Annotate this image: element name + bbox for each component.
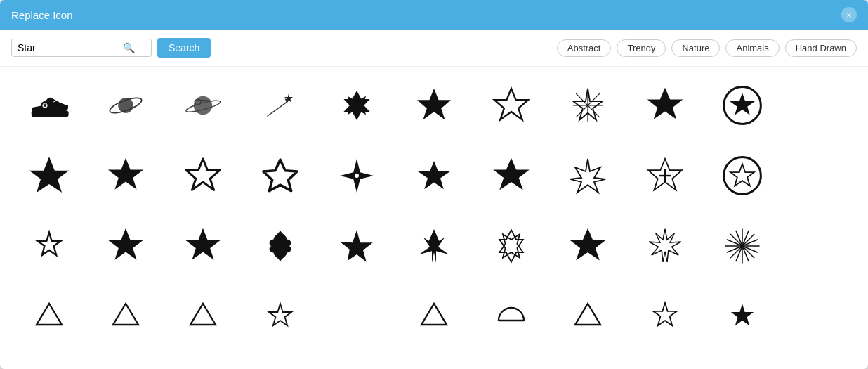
list-item[interactable] [325,214,388,278]
list-item[interactable] [94,285,157,348]
list-item[interactable] [633,285,697,348]
svg-marker-13 [417,89,451,119]
list-item[interactable] [325,144,388,207]
list-item[interactable] [94,144,157,207]
list-item[interactable] [556,74,619,137]
list-item[interactable] [787,74,850,137]
list-item[interactable] [480,285,543,348]
svg-marker-31 [570,159,605,193]
svg-marker-22 [730,93,755,115]
modal-header: Replace Icon × [0,0,868,30]
svg-rect-0 [32,111,69,117]
list-item[interactable] [18,74,81,137]
list-item[interactable] [18,285,81,348]
list-item[interactable] [633,144,697,207]
svg-marker-59 [575,304,600,325]
list-item[interactable] [249,144,312,207]
list-item[interactable] [711,144,774,207]
search-icon: 🔍 [123,42,135,53]
list-item[interactable] [633,74,697,137]
list-item[interactable] [171,144,235,207]
svg-point-28 [355,174,359,178]
svg-marker-60 [653,303,677,325]
svg-marker-30 [493,158,530,190]
list-item[interactable] [480,214,543,278]
list-item[interactable] [249,285,312,348]
list-item[interactable] [18,144,81,207]
filter-abstract[interactable]: Abstract [557,39,612,57]
list-item[interactable] [402,144,466,207]
filter-animals[interactable]: Animals [725,39,779,57]
svg-marker-23 [29,157,69,193]
list-item[interactable] [402,214,466,278]
filter-hand-drawn[interactable]: Hand Drawn [785,39,857,57]
list-item[interactable] [787,144,850,207]
replace-icon-modal: Replace Icon × 🔍 Search Abstract Trendy … [0,0,868,369]
list-item[interactable] [249,74,312,137]
list-item[interactable] [711,214,774,278]
list-item[interactable] [787,214,850,278]
list-item[interactable] [480,74,543,137]
svg-marker-39 [185,228,221,260]
list-item[interactable] [171,74,235,137]
list-item[interactable] [556,144,619,207]
list-item[interactable] [249,214,312,278]
svg-marker-24 [108,158,143,190]
list-item[interactable] [787,285,850,348]
icons-grid-container[interactable] [0,67,868,369]
search-button[interactable]: Search [157,38,211,58]
svg-marker-26 [263,160,297,190]
icons-grid [14,74,854,348]
list-item[interactable] [633,214,697,278]
list-item[interactable] [711,74,774,137]
svg-marker-57 [421,304,447,325]
list-item[interactable] [402,74,466,137]
svg-marker-55 [190,304,216,325]
svg-marker-10 [284,93,293,103]
list-item[interactable] [94,214,157,278]
svg-marker-54 [113,304,138,325]
svg-point-7 [194,96,212,115]
close-button[interactable]: × [841,7,857,22]
svg-marker-41 [419,229,449,263]
list-item[interactable] [325,74,388,137]
modal-toolbar: 🔍 Search Abstract Trendy Nature Animals … [0,30,868,67]
filter-nature[interactable]: Nature [671,39,720,57]
svg-marker-37 [37,233,61,255]
list-item[interactable] [94,74,157,137]
search-input[interactable] [18,42,123,53]
list-item[interactable] [402,285,466,348]
svg-marker-29 [418,161,450,189]
list-item[interactable] [171,214,235,278]
list-item[interactable] [556,214,619,278]
list-item[interactable] [18,214,81,278]
svg-marker-38 [108,228,143,260]
filter-trendy[interactable]: Trendy [617,39,666,57]
svg-marker-20 [647,88,683,119]
list-item[interactable] [480,144,543,207]
svg-marker-36 [730,164,754,186]
filter-tags: Abstract Trendy Nature Animals Hand Draw… [557,39,857,57]
list-item[interactable] [325,285,388,348]
list-item[interactable] [171,285,235,348]
svg-marker-14 [494,89,528,119]
list-item[interactable] [556,285,619,348]
search-input-wrap: 🔍 [11,39,152,57]
svg-marker-53 [37,304,62,325]
svg-marker-56 [269,304,291,325]
svg-marker-40 [340,230,373,262]
list-item[interactable] [711,285,774,348]
svg-marker-61 [730,304,753,325]
svg-marker-25 [186,159,220,190]
svg-marker-44 [570,228,606,261]
modal-title: Replace Icon [11,9,73,21]
